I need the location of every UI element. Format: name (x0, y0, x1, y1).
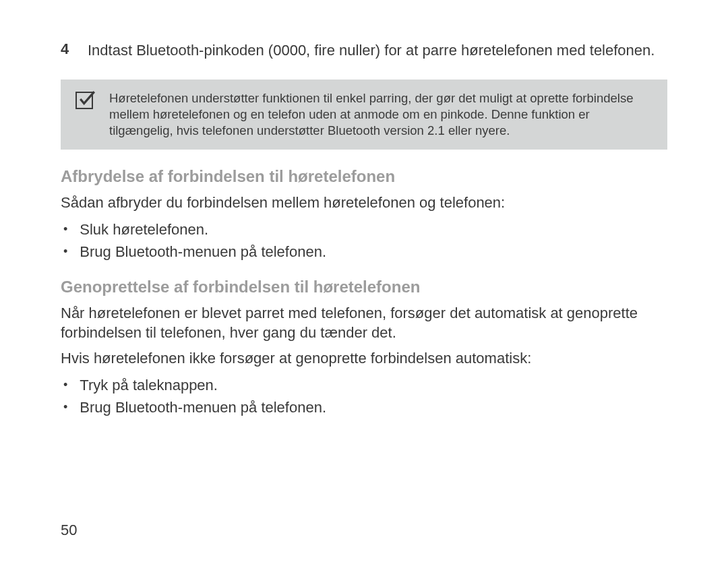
section-paragraph: Når høretelefonen er blevet parret med t… (61, 303, 667, 343)
list-item: • Brug Bluetooth-menuen på telefonen. (61, 241, 667, 263)
step-number: 4 (61, 40, 74, 61)
list-item-text: Brug Bluetooth-menuen på telefonen. (80, 396, 326, 418)
step-text: Indtast Bluetooth-pinkoden (0000, fire n… (88, 40, 655, 61)
list-item-text: Tryk på taleknappen. (80, 374, 218, 396)
bullet-icon: • (63, 241, 67, 262)
list-item: • Tryk på taleknappen. (61, 374, 667, 396)
step-row: 4 Indtast Bluetooth-pinkoden (0000, fire… (61, 40, 667, 61)
bullet-list-disconnect: • Sluk høretelefonen. • Brug Bluetooth-m… (61, 218, 667, 263)
section-heading-disconnect: Afbrydelse af forbindelsen til høretelef… (61, 167, 667, 186)
checkmark-icon (75, 92, 93, 109)
section-intro: Sådan afbryder du forbindelsen mellem hø… (61, 193, 667, 213)
bullet-list-reconnect: • Tryk på taleknappen. • Brug Bluetooth-… (61, 374, 667, 418)
section-heading-reconnect: Genoprettelse af forbindelsen til hørete… (61, 278, 667, 296)
bullet-icon: • (63, 218, 67, 240)
section-paragraph: Hvis høretelefonen ikke forsøger at geno… (61, 348, 667, 369)
note-text: Høretelefonen understøtter funktionen ti… (109, 90, 651, 139)
note-box: Høretelefonen understøtter funktionen ti… (61, 80, 667, 150)
page-number: 50 (61, 522, 77, 539)
list-item-text: Brug Bluetooth-menuen på telefonen. (80, 241, 326, 263)
bullet-icon: • (63, 374, 67, 396)
list-item: • Brug Bluetooth-menuen på telefonen. (61, 396, 667, 418)
bullet-icon: • (63, 396, 67, 418)
list-item: • Sluk høretelefonen. (61, 218, 667, 241)
list-item-text: Sluk høretelefonen. (80, 218, 208, 241)
